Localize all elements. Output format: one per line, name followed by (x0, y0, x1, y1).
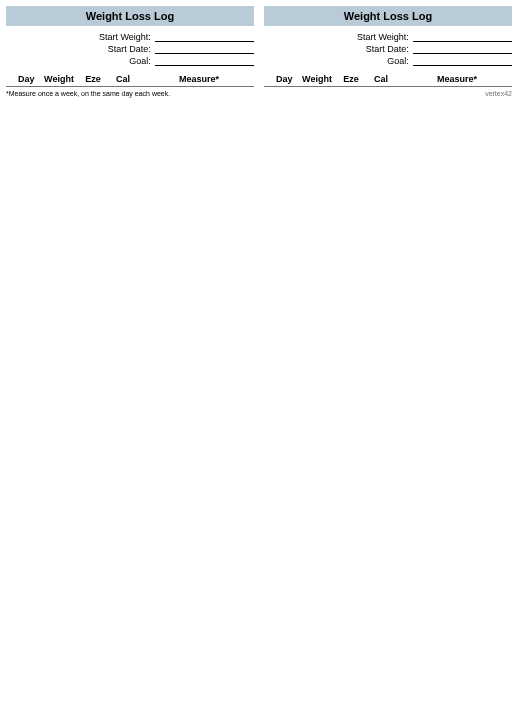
col-weight: Weight (40, 74, 78, 84)
title-bar: Weight Loss Log (6, 6, 254, 26)
col-eze: Eze (336, 74, 366, 84)
log-right: Weight Loss Log Start Weight: Start Date… (264, 6, 512, 97)
column-headers: Day Weight Eze Cal Measure* (264, 74, 512, 87)
field-goal[interactable] (413, 56, 512, 66)
footnote: *Measure once a week, on the same day ea… (6, 90, 254, 97)
col-day: Day (276, 74, 298, 84)
col-cal: Cal (366, 74, 396, 84)
field-start-weight[interactable] (413, 32, 512, 42)
field-goal[interactable] (155, 56, 254, 66)
label-start-weight: Start Weight: (6, 32, 155, 42)
column-headers: Day Weight Eze Cal Measure* (6, 74, 254, 87)
col-eze: Eze (78, 74, 108, 84)
label-start-weight: Start Weight: (264, 32, 413, 42)
label-start-date: Start Date: (6, 44, 155, 54)
label-goal: Goal: (6, 56, 155, 66)
page: Weight Loss Log Start Weight: Start Date… (6, 6, 512, 97)
field-start-weight[interactable] (155, 32, 254, 42)
col-cal: Cal (108, 74, 138, 84)
log-left: Weight Loss Log Start Weight: Start Date… (6, 6, 254, 97)
header-fields: Start Weight: Start Date: Goal: (6, 32, 254, 66)
field-start-date[interactable] (413, 44, 512, 54)
label-start-date: Start Date: (264, 44, 413, 54)
label-goal: Goal: (264, 56, 413, 66)
field-start-date[interactable] (155, 44, 254, 54)
header-fields: Start Weight: Start Date: Goal: (264, 32, 512, 66)
col-day: Day (18, 74, 40, 84)
title-bar: Weight Loss Log (264, 6, 512, 26)
col-measure: Measure* (144, 74, 254, 84)
col-measure: Measure* (402, 74, 512, 84)
brand: vertex42 (264, 90, 512, 97)
col-weight: Weight (298, 74, 336, 84)
